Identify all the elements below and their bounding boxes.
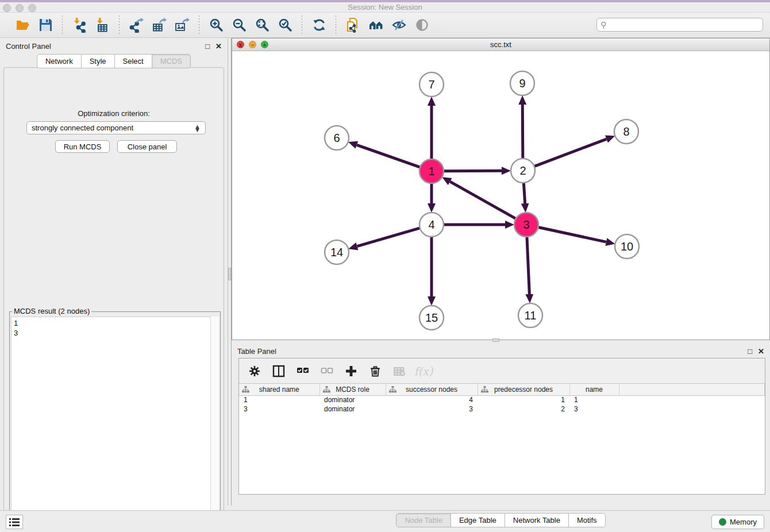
table-cell[interactable]: dominator <box>319 404 386 414</box>
network-maximize-button[interactable]: + <box>261 41 268 48</box>
export-image-button[interactable] <box>174 17 191 34</box>
table-cell[interactable]: 3 <box>569 404 619 414</box>
edge-2-3[interactable] <box>523 183 525 203</box>
edge-3-11[interactable] <box>527 237 529 294</box>
mcds-result-scrollbar[interactable] <box>210 317 219 530</box>
mcds-result-text[interactable]: 1 3 <box>11 317 211 530</box>
import-table-button[interactable] <box>94 17 111 34</box>
duplicate-network-button[interactable] <box>344 17 361 34</box>
vertical-splitter-grip[interactable] <box>228 268 231 280</box>
open-file-button[interactable] <box>14 17 31 34</box>
graph-node-4[interactable]: 4 <box>419 213 444 237</box>
show-columns-button[interactable] <box>271 364 286 379</box>
mcds-result-groupbox: MCDS result (2 nodes) 1 3 <box>9 311 221 532</box>
table-panel-close-icon[interactable]: ✕ <box>758 348 764 355</box>
table-row[interactable]: 1dominator411 <box>239 395 765 404</box>
table-tab-node-table[interactable]: Node Table <box>396 513 451 527</box>
close-panel-button[interactable]: Close panel <box>117 140 177 153</box>
refresh-layout-button[interactable] <box>310 17 328 34</box>
graph-node-9[interactable]: 9 <box>510 71 534 95</box>
edge-1-6[interactable] <box>357 145 420 167</box>
deselect-all-button[interactable] <box>319 364 334 379</box>
import-network-button[interactable] <box>71 17 88 34</box>
node-label-4: 4 <box>428 218 434 231</box>
table-panel: Table Panel □ ✕ f(x) shared nameMCDS rol… <box>232 343 770 510</box>
tab-network[interactable]: Network <box>37 54 82 68</box>
function-builder-button: f(x) <box>416 364 431 379</box>
app-zoom-button[interactable] <box>28 4 36 12</box>
graph-node-1[interactable]: 1 <box>419 159 444 183</box>
delete-row-button[interactable] <box>368 364 383 379</box>
task-history-button[interactable] <box>6 515 23 529</box>
edge-1-2[interactable] <box>444 171 502 171</box>
control-panel-title: Control Panel <box>6 42 51 51</box>
graph-node-3[interactable]: 3 <box>514 213 538 237</box>
table-cell[interactable]: 1 <box>569 395 619 404</box>
zoom-fit-button[interactable] <box>253 17 271 34</box>
hide-selected-button[interactable] <box>390 17 407 34</box>
table-panel-tabs: Node TableEdge TableNetwork TableMotifs <box>232 513 770 527</box>
column-header-MCDS-role[interactable]: MCDS role <box>319 384 386 395</box>
graph-node-7[interactable]: 7 <box>419 72 444 97</box>
table-cell[interactable]: 3 <box>239 404 319 414</box>
app-title: Session: New Session <box>0 2 770 13</box>
zoom-selected-button[interactable] <box>276 17 294 34</box>
export-table-button[interactable] <box>151 17 168 34</box>
app-minimize-button[interactable] <box>16 4 24 12</box>
column-header-predecessor-nodes[interactable]: predecessor nodes <box>478 384 569 395</box>
first-neighbors-button[interactable] <box>367 17 384 34</box>
control-panel-close-icon[interactable]: ✕ <box>215 43 222 50</box>
run-mcds-button[interactable]: Run MCDS <box>55 140 110 153</box>
graph-node-10[interactable]: 10 <box>615 234 639 259</box>
graph-node-15[interactable]: 15 <box>419 306 444 330</box>
table-cell[interactable]: 1 <box>239 395 319 404</box>
table-cell[interactable]: 2 <box>478 404 569 414</box>
optimization-criterion-select[interactable]: strongly connected component ▲▼ <box>26 121 206 134</box>
column-header-shared-name[interactable]: shared name <box>239 384 319 395</box>
tab-mcds[interactable]: MCDS <box>152 54 191 68</box>
node-label-10: 10 <box>621 240 633 253</box>
network-close-button[interactable]: x <box>237 41 244 48</box>
graph-node-2[interactable]: 2 <box>511 159 535 183</box>
table-tab-edge-table[interactable]: Edge Table <box>451 513 505 527</box>
settings-gear-button[interactable] <box>247 364 262 379</box>
edge-2-8[interactable] <box>534 139 607 167</box>
export-network-button[interactable] <box>128 17 145 34</box>
search-input[interactable] <box>609 21 763 29</box>
app-close-button[interactable] <box>3 4 11 12</box>
table-tab-motifs[interactable]: Motifs <box>569 513 606 527</box>
show-graphics-details-button[interactable] <box>413 17 430 34</box>
select-all-button[interactable] <box>295 364 310 379</box>
table-cell[interactable]: 3 <box>386 404 478 414</box>
add-row-button[interactable] <box>344 364 359 379</box>
graph-node-8[interactable]: 8 <box>614 119 638 144</box>
table-cell[interactable]: 4 <box>386 395 478 404</box>
graph-node-6[interactable]: 6 <box>325 126 349 150</box>
horizontal-splitter-grip[interactable] <box>492 338 499 342</box>
zoom-in-button[interactable] <box>207 17 225 34</box>
edge-3-1[interactable] <box>450 182 515 219</box>
graph-node-11[interactable]: 11 <box>518 303 542 327</box>
table-cell[interactable]: dominator <box>319 395 386 404</box>
table-panel-float-icon[interactable]: □ <box>748 348 752 355</box>
network-minimize-button[interactable]: – <box>249 41 256 48</box>
control-panel-float-icon[interactable]: □ <box>205 43 210 50</box>
node-label-15: 15 <box>425 311 438 324</box>
table-cell[interactable]: 1 <box>478 395 569 404</box>
tab-style[interactable]: Style <box>82 54 115 68</box>
tab-select[interactable]: Select <box>115 54 152 68</box>
edge-4-14[interactable] <box>357 228 420 246</box>
graph-node-14[interactable]: 14 <box>325 240 349 264</box>
network-window-titlebar[interactable]: x – + scc.txt <box>232 38 769 51</box>
edge-2-9[interactable] <box>522 105 523 159</box>
node-table[interactable]: shared nameMCDS rolesuccessor nodesprede… <box>239 384 765 414</box>
column-header-name[interactable]: name <box>569 384 619 395</box>
column-header-successor-nodes[interactable]: successor nodes <box>386 384 478 395</box>
edge-3-10[interactable] <box>538 227 606 242</box>
table-row[interactable]: 3dominator323 <box>239 404 765 414</box>
table-tab-network-table[interactable]: Network Table <box>505 513 569 527</box>
search-box[interactable]: ⚲ <box>596 18 763 32</box>
save-session-button[interactable] <box>37 17 54 34</box>
network-graph-canvas[interactable]: 7968124314101511 <box>232 51 769 340</box>
zoom-out-button[interactable] <box>230 17 248 34</box>
